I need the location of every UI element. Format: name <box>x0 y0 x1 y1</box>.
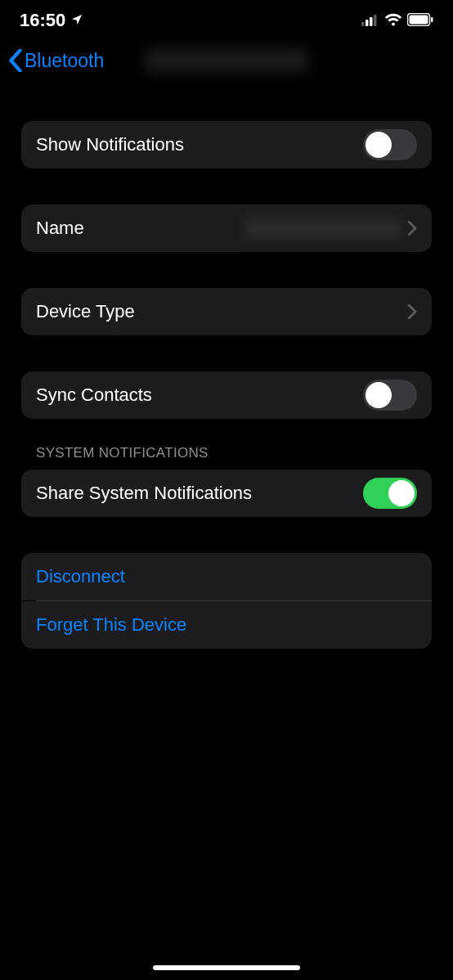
content: Show Notifications Name Device Type <box>0 80 453 649</box>
cellular-signal-icon <box>361 10 379 31</box>
chevron-right-icon <box>407 221 417 236</box>
group-sync-contacts: Sync Contacts <box>21 371 432 419</box>
row-show-notifications: Show Notifications <box>21 121 432 169</box>
row-label: Device Type <box>36 301 135 322</box>
home-indicator[interactable] <box>153 965 300 970</box>
chevron-left-icon <box>8 49 23 72</box>
battery-icon <box>407 10 433 31</box>
group-show-notifications: Show Notifications <box>21 121 432 169</box>
row-label: Name <box>36 218 84 239</box>
svg-rect-1 <box>366 20 369 26</box>
svg-rect-5 <box>410 16 428 25</box>
status-right <box>361 10 433 31</box>
nav-title-redacted <box>145 48 308 73</box>
toggle-share-system-notifications[interactable] <box>363 478 417 509</box>
chevron-right-icon <box>407 304 417 319</box>
row-label: Sync Contacts <box>36 384 152 406</box>
back-button[interactable]: Bluetooth <box>8 49 104 72</box>
row-device-type[interactable]: Device Type <box>21 288 432 335</box>
back-label: Bluetooth <box>25 50 104 72</box>
action-disconnect: Disconnect <box>36 566 125 587</box>
toggle-knob <box>366 382 392 408</box>
row-label: Share System Notifications <box>36 483 252 504</box>
row-sync-contacts: Sync Contacts <box>21 371 432 419</box>
status-bar: 16:50 <box>0 0 453 41</box>
name-value-redacted <box>245 218 401 239</box>
svg-rect-6 <box>431 17 433 22</box>
toggle-show-notifications[interactable] <box>363 129 417 160</box>
status-left: 16:50 <box>20 10 83 31</box>
row-share-system-notifications: Share System Notifications <box>21 470 432 517</box>
group-system-notifications: Share System Notifications <box>21 470 432 517</box>
toggle-knob <box>366 132 392 158</box>
row-name[interactable]: Name <box>21 205 432 252</box>
row-label: Show Notifications <box>36 134 184 155</box>
group-actions: Disconnect Forget This Device <box>21 553 432 649</box>
toggle-knob <box>388 480 415 506</box>
nav-bar: Bluetooth <box>0 41 453 80</box>
toggle-sync-contacts[interactable] <box>363 380 417 411</box>
svg-rect-2 <box>370 17 373 26</box>
svg-rect-0 <box>361 22 365 26</box>
row-disconnect[interactable]: Disconnect <box>21 553 432 600</box>
status-time: 16:50 <box>20 10 65 31</box>
section-header-system-notifications: SYSTEM NOTIFICATIONS <box>21 445 432 470</box>
row-forget-device[interactable]: Forget This Device <box>21 601 432 649</box>
group-device-type: Device Type <box>21 288 432 335</box>
group-name: Name <box>21 205 432 252</box>
location-icon <box>70 10 83 31</box>
action-forget-device: Forget This Device <box>36 614 186 636</box>
wifi-icon <box>384 10 402 31</box>
svg-rect-3 <box>374 15 377 26</box>
